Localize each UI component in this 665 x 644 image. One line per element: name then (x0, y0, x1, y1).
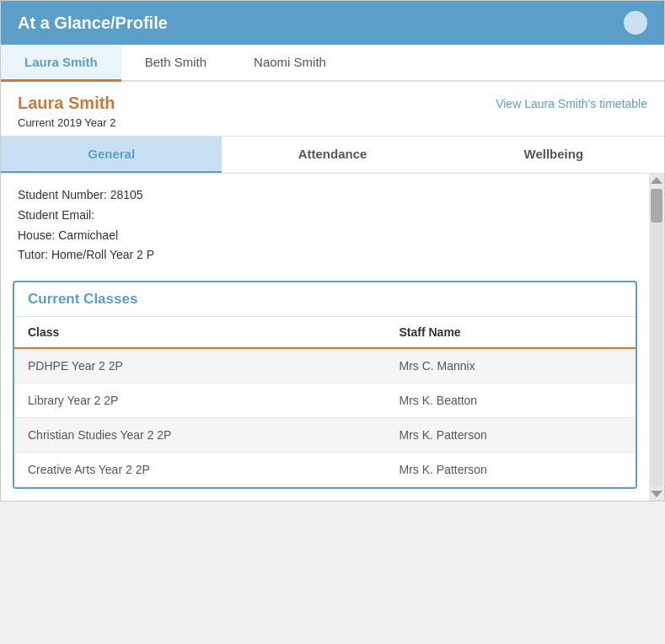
student-house: House: Carmichael (18, 226, 632, 246)
section-tab-attendance[interactable]: Attendance (222, 137, 442, 173)
student-info-left: Laura Smith Current 2019 Year 2 (18, 94, 115, 129)
col-class: Class (14, 317, 386, 348)
scroll-track[interactable] (651, 189, 662, 487)
cell-class: Christian Studies Year 2 2P (14, 418, 386, 453)
tab-naomi-smith[interactable]: Naomi Smith (230, 45, 350, 82)
student-number: Student Number: 28105 (18, 185, 632, 206)
table-header-row: Class Staff Name (14, 317, 636, 348)
cell-staff: Mrs C. Mannix (386, 348, 636, 384)
cell-class: Creative Arts Year 2 2P (14, 453, 386, 487)
col-staff: Staff Name (386, 317, 636, 348)
scroll-up-arrow[interactable] (651, 177, 662, 184)
tab-beth-smith[interactable]: Beth Smith (121, 45, 230, 82)
content-area: Student Number: 28105 Student Email: Hou… (1, 174, 664, 501)
timetable-link[interactable]: View Laura Smith's timetable (496, 94, 647, 110)
widget-header: At a Glance/Profile (1, 1, 664, 45)
current-classes-card: Current Classes Class Staff Name PDHPE Y… (13, 281, 637, 489)
widget-title: At a Glance/Profile (18, 13, 168, 33)
table-row: Creative Arts Year 2 2PMrs K. Patterson (14, 453, 636, 487)
table-row: Christian Studies Year 2 2PMrs K. Patter… (14, 418, 636, 453)
section-tabs: General Attendance Wellbeing (1, 137, 664, 174)
cell-staff: Mrs K. Patterson (386, 453, 636, 487)
cell-staff: Mrs K. Beatton (386, 384, 636, 418)
person-tabs-row: Laura Smith Beth Smith Naomi Smith (1, 45, 664, 82)
table-row: PDHPE Year 2 2PMrs C. Mannix (14, 348, 636, 384)
student-tutor: Tutor: Home/Roll Year 2 P (18, 245, 632, 266)
section-tab-general[interactable]: General (1, 137, 222, 173)
tab-laura-smith[interactable]: Laura Smith (1, 45, 121, 82)
cell-staff: Mrs K. Patterson (386, 418, 636, 453)
content-main: Student Number: 28105 Student Email: Hou… (1, 174, 649, 501)
student-year: Current 2019 Year 2 (18, 116, 115, 129)
table-row: Library Year 2 2PMrs K. Beatton (14, 384, 636, 418)
student-name: Laura Smith (18, 94, 115, 113)
cell-class: Library Year 2 2P (14, 384, 386, 418)
classes-card-title: Current Classes (28, 291, 137, 307)
scrollbar[interactable] (649, 174, 664, 501)
student-email: Student Email: (18, 206, 632, 226)
section-tab-wellbeing[interactable]: Wellbeing (443, 137, 664, 173)
scroll-down-arrow[interactable] (651, 491, 662, 497)
student-details: Student Number: 28105 Student Email: Hou… (1, 174, 649, 274)
classes-table: Class Staff Name PDHPE Year 2 2PMrs C. M… (14, 317, 636, 487)
student-info-bar: Laura Smith Current 2019 Year 2 View Lau… (1, 82, 664, 137)
widget-container: At a Glance/Profile Laura Smith Beth Smi… (0, 0, 665, 502)
scroll-thumb[interactable] (651, 189, 662, 223)
classes-card-header: Current Classes (14, 282, 636, 317)
cell-class: PDHPE Year 2 2P (14, 348, 386, 384)
header-circle (624, 11, 647, 35)
